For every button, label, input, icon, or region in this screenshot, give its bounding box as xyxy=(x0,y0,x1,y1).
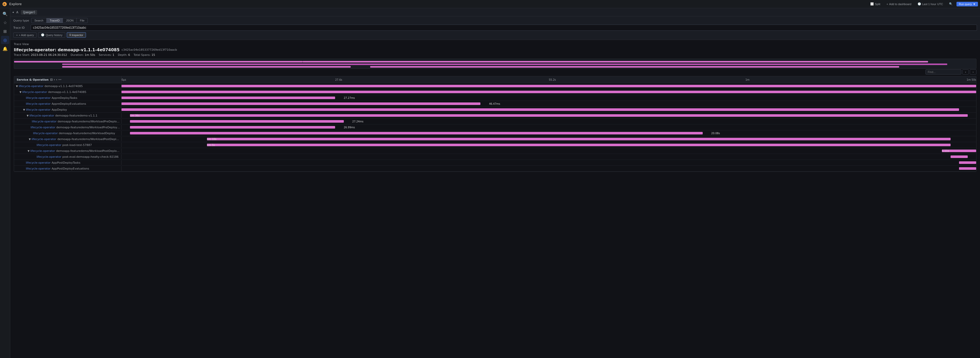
span-bar xyxy=(207,138,951,140)
span-left-s11[interactable]: lifecycle-operatorpost-load-test-57887 xyxy=(14,143,121,147)
span-right-s10: 1m 10s xyxy=(121,136,976,142)
span-toggle-icon[interactable]: ▼ xyxy=(28,137,32,141)
span-left-s15[interactable]: lifecycle-operatorAppPostDeployEvaluatio… xyxy=(14,166,121,171)
time-range-button[interactable]: 🕐 Last 1 hour UTC xyxy=(915,2,945,6)
span-bar xyxy=(130,120,344,123)
expand-icon[interactable]: › xyxy=(54,78,55,82)
span-left-s12[interactable]: ▼lifecycle-operatordemoapp-featuredemo/W… xyxy=(14,149,121,153)
span-row: ▼lifecycle-operatorAppDeploy xyxy=(14,107,976,113)
sidebar-icon-alerts[interactable]: 🔔 xyxy=(1,45,9,53)
span-service: lifecycle-operator xyxy=(37,155,61,158)
span-toggle-icon[interactable]: ▼ xyxy=(19,90,22,94)
query-history-button[interactable]: 🕐 Query history xyxy=(38,32,65,38)
clock-icon: 🕐 xyxy=(918,2,921,6)
tab-json[interactable]: JSON xyxy=(63,18,77,23)
query-type-label: Query type xyxy=(13,19,29,22)
span-left-s14[interactable]: lifecycle-operatorAppPostDeployTasks xyxy=(14,160,121,165)
span-service: lifecycle-operator xyxy=(29,114,54,117)
span-left-s5[interactable]: ▼lifecycle-operatorAppDeploy xyxy=(14,107,121,112)
span-right-s7: 27.24ms xyxy=(121,118,976,124)
add-dashboard-button[interactable]: + Add to dashboard xyxy=(884,2,913,6)
span-right-s1 xyxy=(121,83,976,89)
inspector-button[interactable]: ℹ Inspector xyxy=(67,32,86,38)
find-input[interactable] xyxy=(926,69,961,75)
settings-icon[interactable]: ⋯ xyxy=(58,78,61,82)
action-row: + + Add query 🕐 Query history ℹ Inspecto… xyxy=(13,32,977,38)
sidebar-icon-search[interactable]: 🔍 xyxy=(1,10,9,18)
span-service: lifecycle-operator xyxy=(33,132,58,135)
zoom-button[interactable]: 🔍 xyxy=(947,2,955,6)
span-bar xyxy=(130,132,702,134)
span-bar xyxy=(959,161,976,164)
trace-id-input[interactable] xyxy=(31,25,977,31)
span-right-s8: 26.99ms xyxy=(121,125,976,130)
span-operation: demoapp-v1.1.1-4e074085 xyxy=(48,90,86,94)
find-next-btn[interactable]: › xyxy=(970,69,977,75)
span-operation: demoapp-featuredemo/WorkloadPreDeployTas… xyxy=(57,120,120,123)
tab-search[interactable]: Search xyxy=(32,18,47,23)
sidebar-icon-apps[interactable]: ⊞ xyxy=(1,27,9,35)
span-left-s10[interactable]: ▼lifecycle-operatordemoapp-featuredemo/W… xyxy=(14,137,121,141)
trace-view-title: Trace View xyxy=(14,43,977,46)
span-duration: 26.99ms xyxy=(344,126,355,129)
inspector-icon: ℹ xyxy=(70,33,71,37)
panel-area: ◂ A (Jaeger) Query type Search TraceID J… xyxy=(10,8,980,358)
span-toggle-icon xyxy=(28,120,32,123)
span-left-s9[interactable]: lifecycle-operatordemoapp-featuredemo/Wo… xyxy=(14,131,121,136)
span-operation: demoapp-featuredemo/WorkloadPostDeployEv… xyxy=(56,149,120,153)
span-duration: 27.24ms xyxy=(352,120,363,123)
sidebar-icon-star[interactable]: ☆ xyxy=(1,18,9,27)
grafana-logo[interactable]: G xyxy=(2,2,7,6)
span-row: lifecycle-operatorAppPostDeployTasks18.0… xyxy=(14,160,976,166)
span-toggle-icon xyxy=(22,96,26,100)
span-left-s8[interactable]: lifecycle-operatordemoapp-featuredemo/Wo… xyxy=(14,125,121,129)
span-left-s1[interactable]: ▼lifecycle-operatordemoapp-v1.1.1-4e0740… xyxy=(14,84,121,88)
span-right-s12: 5.11s xyxy=(121,148,976,153)
span-duration: 20.08s xyxy=(711,132,720,135)
find-prev-btn[interactable]: ‹ xyxy=(963,69,969,75)
spans-header-left: Service & Operation ⊟ › ‹ ⋯ xyxy=(14,76,121,83)
span-service: lifecycle-operator xyxy=(26,161,51,165)
span-service: lifecycle-operator xyxy=(22,90,47,94)
span-left-s3[interactable]: lifecycle-operatorAppreDeployTasks xyxy=(14,96,121,100)
span-left-s7[interactable]: lifecycle-operatordemoapp-featuredemo/Wo… xyxy=(14,119,121,124)
span-toggle-icon xyxy=(22,102,26,105)
span-row: lifecycle-operatorAppreDeployTasks27.27m… xyxy=(14,95,976,101)
panel-collapse-btn[interactable]: ◂ xyxy=(12,11,14,14)
span-left-s2[interactable]: ▼lifecycle-operatordemoapp-v1.1.1-4e0740… xyxy=(14,90,121,94)
span-row: ▼lifecycle-operatordemoapp-featuredemo-v… xyxy=(14,113,976,118)
tab-file[interactable]: File xyxy=(77,18,88,23)
span-service: lifecycle-operator xyxy=(37,144,61,147)
expand-all-icon[interactable]: ‹ xyxy=(56,78,57,82)
tab-traceid[interactable]: TraceID xyxy=(46,18,63,23)
datasource-selector[interactable]: (Jaeger) xyxy=(21,10,37,14)
spans-header: Service & Operation ⊟ › ‹ ⋯ 0μs 27.6s 55… xyxy=(14,76,977,83)
span-duration: 27.27ms xyxy=(344,96,355,99)
span-toggle-icon[interactable]: ▼ xyxy=(22,108,26,111)
sidebar-icon-explore[interactable]: ◎ xyxy=(1,36,9,44)
span-left-s13[interactable]: lifecycle-operatorpost-eval-demoapp-heal… xyxy=(14,154,121,159)
span-toggle-icon[interactable]: ▼ xyxy=(27,149,30,153)
span-toggle-icon xyxy=(33,155,37,158)
span-row: lifecycle-operatorpost-load-test-578871m… xyxy=(14,142,976,148)
span-bar xyxy=(130,126,335,129)
span-toggle-icon[interactable]: ▼ xyxy=(26,114,29,117)
panel-tab-label: A xyxy=(15,11,19,14)
span-service: lifecycle-operator xyxy=(26,102,51,105)
span-row: ▼lifecycle-operatordemoapp-v1.1.1-4e0740… xyxy=(14,83,976,89)
span-service: lifecycle-operator xyxy=(32,120,57,123)
main-layout: 🔍 ☆ ⊞ ◎ 🔔 ◂ A (Jaeger) Query type Search… xyxy=(0,8,980,358)
top-bar: G Explore ⬜ Split + Add to dashboard 🕐 L… xyxy=(0,0,980,8)
span-service: lifecycle-operator xyxy=(26,108,51,111)
span-left-s4[interactable]: lifecycle-operatorAppreDeployEvaluations xyxy=(14,101,121,106)
span-left-s6[interactable]: ▼lifecycle-operatordemoapp-featuredemo-v… xyxy=(14,113,121,118)
span-operation: demoapp-v1.1.1-4e074085 xyxy=(45,85,83,88)
span-operation: AppPostDeployEvaluations xyxy=(52,167,89,170)
sidebar: 🔍 ☆ ⊞ ◎ 🔔 xyxy=(0,8,10,358)
add-query-button[interactable]: + + Add query xyxy=(13,32,37,38)
split-button[interactable]: ⬜ Split xyxy=(868,2,883,6)
collapse-all-icon[interactable]: ⊟ xyxy=(50,78,53,82)
span-right-s2: 23s xyxy=(121,89,976,95)
run-query-button[interactable]: Run query ▼ xyxy=(956,2,978,6)
span-toggle-icon[interactable]: ▼ xyxy=(15,84,19,88)
